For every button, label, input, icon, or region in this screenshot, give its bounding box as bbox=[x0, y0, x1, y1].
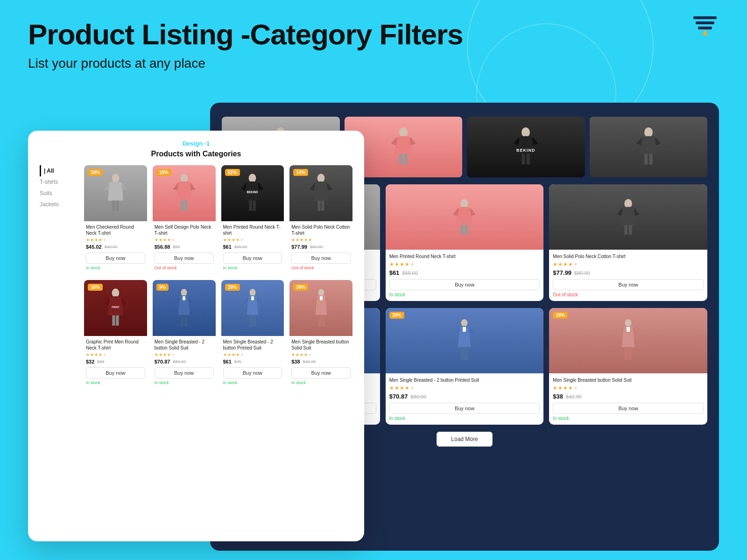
svg-rect-49 bbox=[321, 201, 324, 211]
front-product-6: 9% Men Sing bbox=[153, 280, 216, 388]
buy-btn-5[interactable]: Buy now bbox=[86, 367, 145, 378]
page-title: Product Listing -Category Filters bbox=[28, 19, 719, 50]
front-product-info-4: Men Solid Polo Neck Cotton T-shirt ★ ★ ★… bbox=[289, 221, 352, 273]
stock-6: In stock bbox=[155, 380, 214, 385]
stars-suit-3: ★ ★ ★ ★ ★ bbox=[553, 385, 704, 391]
back-top-img-4 bbox=[590, 117, 708, 177]
buy-btn-4[interactable]: Buy now bbox=[291, 252, 351, 264]
front-product-info-7: Men Single Breasted - 2 button Printed S… bbox=[221, 336, 284, 388]
front-product-img-3: 22% BEKIND bbox=[221, 165, 284, 221]
svg-rect-57 bbox=[184, 315, 187, 326]
buy-btn-7[interactable]: Buy now bbox=[223, 367, 282, 378]
logo-icon bbox=[691, 14, 719, 37]
price-7: $61 $75 bbox=[223, 359, 282, 364]
back-card-name-suit-3: Men Single Breasted button Solid Suit bbox=[553, 377, 704, 383]
front-product-3: 22% BEKIND M bbox=[221, 165, 284, 273]
svg-rect-30 bbox=[463, 327, 466, 331]
stock-tshirt-2: In stock bbox=[389, 292, 540, 297]
svg-rect-11 bbox=[521, 154, 525, 165]
svg-rect-36 bbox=[628, 347, 632, 360]
price-4: $77.99 $80.00 bbox=[291, 244, 351, 250]
stars-suit-2: ★ ★ ★ ★ ★ bbox=[389, 385, 540, 391]
sidebar-item-jackets[interactable]: Jackets bbox=[40, 199, 77, 210]
svg-rect-1 bbox=[696, 21, 714, 24]
back-card-name-tshirt-3: Men Solid Polo Neck Cotton T-shirt bbox=[553, 253, 704, 259]
price-3: $61 $65.99 bbox=[223, 244, 282, 250]
badge-5: 16% bbox=[88, 284, 103, 291]
back-card-suit-2: 39% Men Single Breasted - 2 button Print… bbox=[386, 308, 544, 425]
front-product-img-1: 19% bbox=[84, 165, 147, 221]
buy-btn-2[interactable]: Buy now bbox=[155, 252, 214, 264]
stock-3: In stock bbox=[223, 266, 282, 270]
svg-rect-48 bbox=[318, 201, 321, 211]
products-area: 19% Men Checkered Round Neck bbox=[84, 165, 352, 529]
buy-btn-1[interactable]: Buy now bbox=[86, 252, 145, 264]
back-card-info-tshirt-2: Men Printed Round Neck T-shirt ★ ★ ★ ★ ★… bbox=[386, 250, 544, 301]
back-card-img-tshirt-3 bbox=[549, 184, 707, 250]
buy-btn-suit-2[interactable]: Buy now bbox=[389, 403, 540, 414]
buy-btn-8[interactable]: Buy now bbox=[291, 367, 351, 378]
badge-1: 19% bbox=[88, 169, 103, 176]
buy-btn-tshirt-2[interactable]: Buy now bbox=[389, 279, 540, 290]
svg-rect-65 bbox=[321, 315, 324, 326]
svg-rect-56 bbox=[181, 315, 183, 326]
front-product-img-8: 39% bbox=[289, 280, 352, 336]
price-tshirt-3: $77.99 $80.99 bbox=[553, 269, 704, 276]
buy-btn-3[interactable]: Buy now bbox=[223, 252, 282, 264]
stock-suit-2: In stock bbox=[389, 416, 540, 421]
svg-marker-3 bbox=[703, 31, 707, 35]
back-card-name-suit-2: Men Single Breasted - 2 button Printed S… bbox=[389, 377, 540, 383]
front-product-2: 19% Men Self Design Polo Nec bbox=[153, 165, 216, 273]
front-product-8: 39% Men Sin bbox=[289, 280, 352, 388]
sidebar-item-suits[interactable]: Suits bbox=[40, 188, 77, 199]
stars-1: ★ ★ ★ ★ ★ bbox=[86, 238, 145, 242]
stars-tshirt-3: ★ ★ ★ ★ ★ bbox=[553, 261, 704, 267]
price-8: $38 $42.99 bbox=[291, 359, 351, 364]
back-card-info-suit-2: Men Single Breasted - 2 button Printed S… bbox=[386, 373, 544, 425]
windows-container: BEKIND bbox=[9, 103, 738, 560]
front-product-name-4: Men Solid Polo Neck Cotton T-shirt bbox=[291, 224, 351, 236]
buy-btn-suit-3[interactable]: Buy now bbox=[553, 403, 704, 414]
sidebar-item-all[interactable]: | All bbox=[40, 165, 77, 176]
svg-rect-35 bbox=[624, 347, 628, 360]
buy-btn-6[interactable]: Buy now bbox=[155, 367, 214, 378]
front-product-img-5: 16% PRINT bbox=[84, 280, 147, 336]
sidebar-item-tshirts[interactable]: T-shirts bbox=[40, 176, 77, 188]
svg-rect-31 bbox=[461, 347, 465, 360]
svg-point-58 bbox=[249, 289, 255, 296]
back-card-img-suit-2: 39% bbox=[386, 308, 544, 373]
svg-point-7 bbox=[399, 127, 408, 137]
design-label: Design -1 bbox=[40, 140, 352, 147]
svg-point-37 bbox=[112, 174, 120, 182]
bekind-text: BEKIND bbox=[516, 148, 536, 153]
svg-rect-8 bbox=[399, 154, 403, 165]
price-2: $56.88 $59 bbox=[155, 244, 214, 250]
front-product-name-6: Men Single Breasted - 2 button Solid Sui… bbox=[155, 339, 214, 351]
badge-7: 39% bbox=[225, 284, 240, 291]
back-card-tshirt-3: Men Solid Polo Neck Cotton T-shirt ★ ★ ★… bbox=[549, 184, 707, 301]
load-more-button[interactable]: Load More bbox=[437, 432, 492, 447]
stars-2: ★ ★ ★ ★ ★ bbox=[155, 238, 214, 242]
svg-rect-32 bbox=[465, 347, 468, 360]
buy-btn-tshirt-3[interactable]: Buy now bbox=[553, 279, 704, 290]
svg-point-40 bbox=[180, 174, 188, 182]
svg-rect-23 bbox=[624, 225, 627, 235]
front-section-title: Products with Categories bbox=[40, 150, 352, 158]
front-product-7: 39% Men Sin bbox=[221, 280, 284, 388]
svg-point-33 bbox=[625, 319, 632, 327]
svg-point-10 bbox=[521, 127, 530, 137]
front-layout: | All T-shirts Suits Jackets 19% bbox=[40, 165, 352, 529]
svg-rect-12 bbox=[527, 154, 530, 165]
stars-5: ★ ★ ★ ★ ★ bbox=[86, 352, 145, 357]
badge-3: 22% bbox=[225, 169, 240, 176]
front-product-1: 19% Men Checkered Round Neck bbox=[84, 165, 147, 273]
stock-tshirt-3: Out of stock bbox=[553, 292, 704, 297]
stock-7: In stock bbox=[223, 380, 282, 385]
price-6: $70.87 $80.00 bbox=[155, 359, 214, 364]
stock-2: Out of stock bbox=[155, 266, 214, 270]
svg-rect-44 bbox=[249, 201, 252, 211]
svg-rect-38 bbox=[112, 201, 115, 211]
front-product-name-2: Men Self Design Polo Neck T-shirt bbox=[155, 224, 214, 236]
front-product-img-4: 14% bbox=[289, 165, 352, 221]
front-product-img-7: 39% bbox=[221, 280, 284, 336]
